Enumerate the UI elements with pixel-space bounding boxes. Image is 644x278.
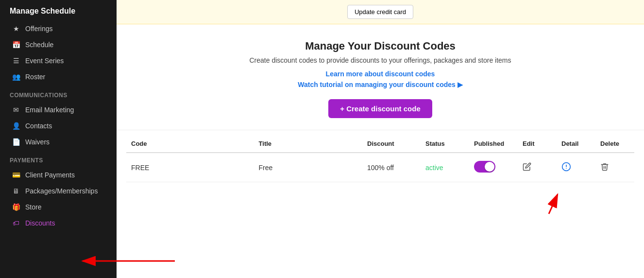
sidebar-item-event-series[interactable]: ☰ Event Series xyxy=(2,53,115,69)
list-icon: ☰ xyxy=(12,57,20,65)
sidebar-item-client-payments[interactable]: 💳 Client Payments xyxy=(2,167,115,183)
col-header-edit: Edit xyxy=(518,135,557,153)
contact-icon: 👤 xyxy=(12,122,20,130)
discount-table-wrapper: Code Title Discount Status Published Edi… xyxy=(117,135,644,182)
star-icon: ★ xyxy=(12,25,20,33)
cell-title: Free xyxy=(254,153,362,182)
create-discount-button[interactable]: + Create discount code xyxy=(328,99,432,118)
sidebar-section-payments: Payments 💳 Client Payments 🖥 Packages/Me… xyxy=(0,150,117,231)
col-header-title: Title xyxy=(254,135,362,153)
calendar-icon: 📅 xyxy=(12,41,20,49)
cell-delete xyxy=(595,153,634,182)
col-header-discount: Discount xyxy=(362,135,421,153)
communications-label: Communications xyxy=(0,85,117,102)
sidebar-section-schedule: ★ Offerings 📅 Schedule ☰ Event Series 👥 … xyxy=(0,21,117,85)
people-icon: 👥 xyxy=(12,73,20,81)
cell-code: FREE xyxy=(126,153,254,182)
learn-more-link[interactable]: Learn more about discount codes xyxy=(126,70,634,78)
cell-edit xyxy=(518,153,557,182)
col-header-published: Published xyxy=(469,135,518,153)
col-header-delete: Delete xyxy=(595,135,634,153)
sidebar-item-schedule[interactable]: 📅 Schedule xyxy=(2,37,115,52)
sidebar-item-store[interactable]: 🎁 Store xyxy=(2,199,115,215)
tag-icon: 🏷 xyxy=(12,219,20,227)
watch-tutorial-link[interactable]: Watch tutorial on managing your discount… xyxy=(126,81,634,88)
toggle-track xyxy=(474,161,495,173)
toggle-thumb xyxy=(485,162,494,172)
sidebar-title: Manage Schedule xyxy=(0,0,117,20)
published-toggle[interactable] xyxy=(474,161,495,173)
sidebar-section-communications: Communications ✉ Email Marketing 👤 Conta… xyxy=(0,85,117,150)
col-header-code: Code xyxy=(126,135,254,153)
cell-discount: 100% off xyxy=(362,153,421,182)
col-header-detail: Detail xyxy=(557,135,595,153)
sidebar-item-waivers[interactable]: 📄 Waivers xyxy=(2,134,115,150)
discount-header: Manage Your Discount Codes Create discou… xyxy=(117,24,644,130)
detail-icon[interactable] xyxy=(561,162,571,174)
sidebar-item-roster[interactable]: 👥 Roster xyxy=(2,69,115,85)
status-badge: active xyxy=(425,164,443,172)
discount-subheading: Create discount codes to provide discoun… xyxy=(126,56,634,64)
discount-table: Code Title Discount Status Published Edi… xyxy=(126,135,634,182)
credit-card-icon: 💳 xyxy=(12,171,20,179)
sidebar-item-email-marketing[interactable]: ✉ Email Marketing xyxy=(2,102,115,118)
sidebar-item-discounts[interactable]: 🏷 Discounts xyxy=(2,215,115,231)
cell-status: active xyxy=(421,153,469,182)
monitor-icon: 🖥 xyxy=(12,187,20,195)
cell-detail xyxy=(557,153,595,182)
play-icon: ▶ xyxy=(458,81,463,88)
sidebar-item-offerings[interactable]: ★ Offerings xyxy=(2,21,115,36)
top-banner: Update credit card xyxy=(117,0,644,24)
email-icon: ✉ xyxy=(12,106,20,114)
col-header-status: Status xyxy=(421,135,469,153)
sidebar: Manage Schedule ★ Offerings 📅 Schedule ☰… xyxy=(0,0,117,278)
delete-icon[interactable] xyxy=(600,162,609,173)
table-row: FREE Free 100% off active xyxy=(126,153,634,182)
main-content: Update credit card Manage Your Discount … xyxy=(117,0,644,278)
cell-published xyxy=(469,153,518,182)
payments-label: Payments xyxy=(0,150,117,167)
sidebar-item-packages-memberships[interactable]: 🖥 Packages/Memberships xyxy=(2,183,115,199)
edit-icon[interactable] xyxy=(523,162,531,173)
discount-heading: Manage Your Discount Codes xyxy=(126,40,634,52)
document-icon: 📄 xyxy=(12,138,20,146)
gift-icon: 🎁 xyxy=(12,203,20,211)
update-credit-card-button[interactable]: Update credit card xyxy=(347,5,413,19)
sidebar-item-contacts[interactable]: 👤 Contacts xyxy=(2,118,115,134)
